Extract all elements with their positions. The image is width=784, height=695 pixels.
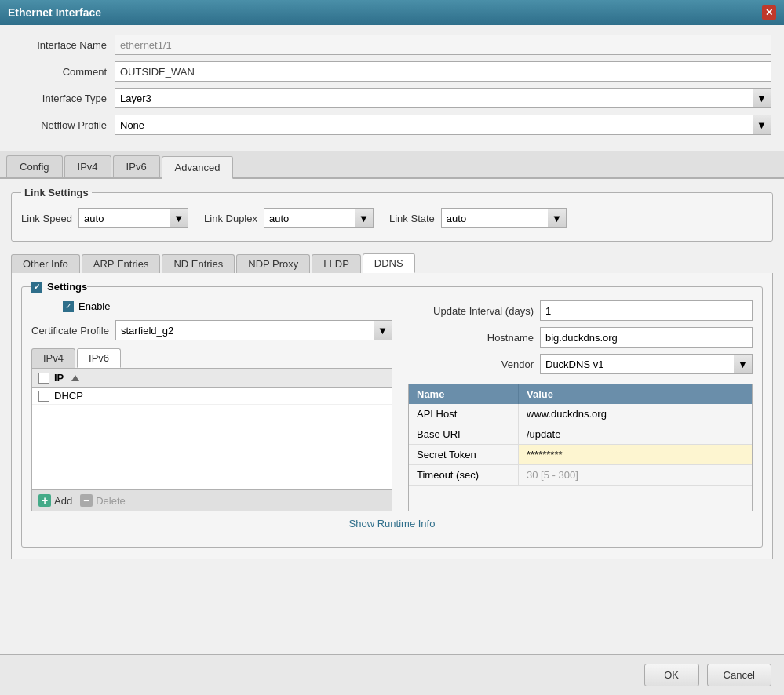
name-value-table: Name Value API Host www.duckdns.org Base… — [408, 384, 753, 511]
minus-icon: − — [80, 494, 93, 507]
dhcp-checkbox[interactable] — [38, 391, 49, 402]
nv-name-api-host: API Host — [409, 404, 519, 424]
subtab-arp-entries[interactable]: ARP Entries — [82, 254, 161, 273]
show-runtime-link[interactable]: Show Runtime Info — [31, 511, 753, 536]
settings-checkbox[interactable] — [31, 282, 42, 293]
vendor-label: Vendor — [408, 358, 534, 370]
cert-profile-select-wrapper: starfield_g2 ▼ — [115, 320, 392, 340]
hostname-label: Hostname — [408, 332, 534, 344]
link-state-select[interactable]: auto — [441, 208, 567, 228]
settings-content: Enable Certificate Profile starfield_g2 … — [31, 300, 753, 511]
tab-advanced[interactable]: Advanced — [162, 156, 234, 179]
interface-type-label: Interface Type — [13, 93, 115, 104]
interface-name-input[interactable] — [115, 35, 771, 55]
interface-type-row: Interface Type Layer3 ▼ — [13, 88, 771, 108]
subtab-ndp-proxy[interactable]: NDP Proxy — [236, 254, 310, 273]
table-row: Base URI /update — [409, 424, 752, 445]
table-row: Timeout (sec) 30 [5 - 300] — [409, 465, 752, 486]
add-button[interactable]: + Add — [38, 494, 72, 507]
link-duplex-label: Link Duplex — [204, 213, 257, 224]
subtab-nd-entries[interactable]: ND Entries — [162, 254, 235, 273]
cert-profile-select[interactable]: starfield_g2 — [115, 320, 392, 340]
ip-table-footer: + Add − Delete — [32, 489, 392, 511]
settings-fieldset: Settings Enable Certificate Profile — [21, 281, 763, 548]
nv-value-secret-token[interactable]: ********* — [519, 445, 752, 464]
dialog-title: Ethernet Interface — [8, 6, 101, 19]
delete-button[interactable]: − Delete — [80, 494, 126, 507]
ip-table-header: IP — [32, 369, 392, 388]
ip-tab-ipv6[interactable]: IPv6 — [77, 348, 121, 368]
link-speed-select-wrapper: auto ▼ — [78, 208, 188, 228]
add-label: Add — [54, 495, 72, 507]
link-settings-legend: Link Settings — [21, 187, 92, 198]
nv-name-timeout: Timeout (sec) — [409, 465, 519, 485]
link-settings-fieldset: Link Settings Link Speed auto ▼ Link Dup… — [11, 187, 773, 242]
nv-value-api-host: www.duckdns.org — [519, 404, 752, 424]
bottom-bar: OK Cancel — [0, 654, 784, 695]
link-speed-select[interactable]: auto — [78, 208, 188, 228]
ddns-content: Settings Enable Certificate Profile — [11, 273, 773, 559]
enable-checkbox[interactable] — [63, 301, 74, 312]
nv-name-secret-token: Secret Token — [409, 445, 519, 464]
title-bar: Ethernet Interface ✕ — [0, 0, 784, 25]
subtab-other-info[interactable]: Other Info — [11, 254, 80, 273]
link-speed-group: Link Speed auto ▼ — [21, 208, 188, 228]
settings-legend: Settings — [31, 281, 87, 293]
ip-tab-ipv4[interactable]: IPv4 — [31, 348, 75, 368]
cancel-button[interactable]: Cancel — [707, 664, 771, 686]
hostname-input[interactable] — [540, 327, 753, 348]
vendor-select-wrapper: DuckDNS v1 ▼ — [540, 354, 753, 374]
sub-tabs-bar: Other Info ARP Entries ND Entries NDP Pr… — [11, 249, 773, 273]
ip-header-label: IP — [54, 372, 64, 384]
tab-content-advanced: Link Settings Link Speed auto ▼ Link Dup… — [0, 179, 784, 654]
update-interval-label: Update Interval (days) — [408, 305, 534, 317]
ok-button[interactable]: OK — [644, 664, 699, 686]
table-row: Secret Token ********* — [409, 445, 752, 465]
table-row: API Host www.duckdns.org — [409, 404, 752, 424]
vendor-select[interactable]: DuckDNS v1 — [540, 354, 753, 374]
link-duplex-select[interactable]: auto — [264, 208, 374, 228]
update-interval-input[interactable] — [540, 300, 753, 321]
netflow-profile-select[interactable]: None — [115, 115, 771, 135]
comment-label: Comment — [13, 66, 115, 78]
main-tabs-bar: Config IPv4 IPv6 Advanced — [0, 151, 784, 179]
link-speed-label: Link Speed — [21, 213, 72, 224]
form-area: Interface Name Comment Interface Type La… — [0, 25, 784, 151]
cert-row: Certificate Profile starfield_g2 ▼ — [31, 320, 392, 340]
interface-type-select[interactable]: Layer3 — [115, 88, 771, 108]
comment-input[interactable] — [115, 61, 771, 82]
tab-ipv6[interactable]: IPv6 — [113, 155, 160, 177]
link-duplex-group: Link Duplex auto ▼ — [204, 208, 374, 228]
ip-header-checkbox[interactable] — [38, 373, 49, 384]
nv-name-base-uri: Base URI — [409, 424, 519, 444]
tab-ipv4[interactable]: IPv4 — [64, 155, 111, 177]
link-duplex-select-wrapper: auto ▼ — [264, 208, 374, 228]
interface-name-row: Interface Name — [13, 35, 771, 55]
subtab-lldp[interactable]: LLDP — [312, 254, 361, 273]
close-button[interactable]: ✕ — [762, 5, 776, 20]
link-settings-row: Link Speed auto ▼ Link Duplex auto — [21, 203, 763, 233]
ip-tabs: IPv4 IPv6 — [31, 348, 392, 368]
netflow-profile-select-wrapper: None ▼ — [115, 115, 771, 135]
ip-table-body: DHCP — [32, 388, 392, 489]
table-row: DHCP — [32, 388, 392, 405]
settings-right: Update Interval (days) Hostname Vendor D — [408, 300, 753, 511]
vendor-row: Vendor DuckDNS v1 ▼ — [408, 354, 753, 374]
tab-config[interactable]: Config — [6, 155, 63, 177]
nv-value-timeout: 30 [5 - 300] — [519, 465, 752, 485]
interface-type-select-wrapper: Layer3 ▼ — [115, 88, 771, 108]
ip-tabs-area: IPv4 IPv6 IP — [31, 348, 392, 511]
ip-sort-icon — [71, 375, 79, 381]
nv-table-header: Name Value — [409, 384, 752, 404]
enable-row: Enable — [31, 300, 392, 312]
hostname-row: Hostname — [408, 327, 753, 348]
link-state-group: Link State auto ▼ — [389, 208, 567, 228]
ip-table: IP DHCP — [31, 368, 392, 511]
netflow-profile-label: Netflow Profile — [13, 119, 115, 131]
dhcp-label: DHCP — [54, 390, 83, 402]
settings-label: Settings — [47, 281, 87, 293]
update-interval-row: Update Interval (days) — [408, 300, 753, 321]
subtab-ddns[interactable]: DDNS — [363, 253, 415, 273]
comment-row: Comment — [13, 61, 771, 82]
enable-label: Enable — [78, 300, 110, 312]
